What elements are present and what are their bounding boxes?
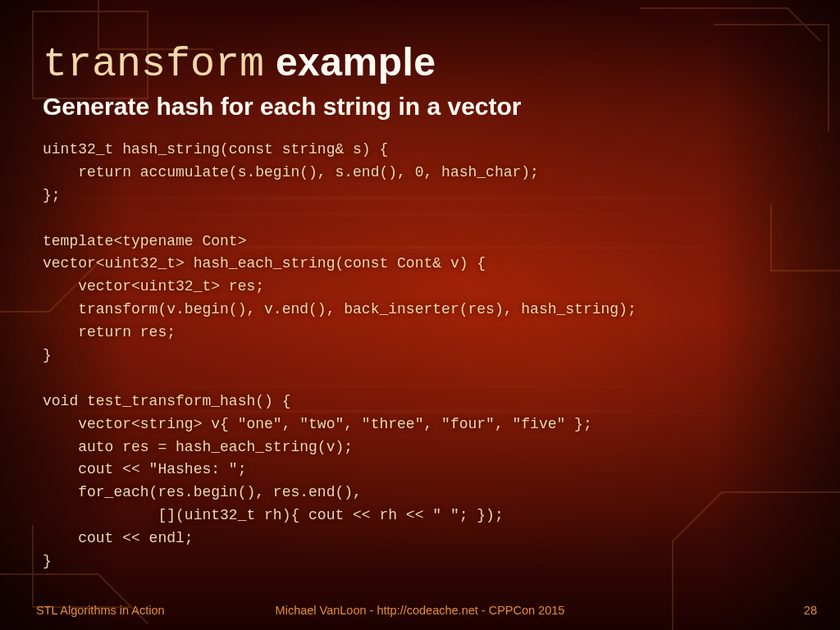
slide: transform example Generate hash for each… bbox=[0, 0, 840, 630]
slide-footer: STL Algorithms in Action Michael VanLoon… bbox=[0, 604, 840, 617]
slide-title: transform example bbox=[43, 39, 797, 88]
slide-subtitle: Generate hash for each string in a vecto… bbox=[43, 93, 797, 121]
footer-left: STL Algorithms in Action bbox=[36, 604, 165, 617]
code-block: uint32_t hash_string(const string& s) { … bbox=[43, 139, 797, 573]
footer-page-number: 28 bbox=[804, 604, 817, 617]
title-mono-part: transform bbox=[43, 41, 264, 88]
title-rest: example bbox=[264, 40, 436, 84]
